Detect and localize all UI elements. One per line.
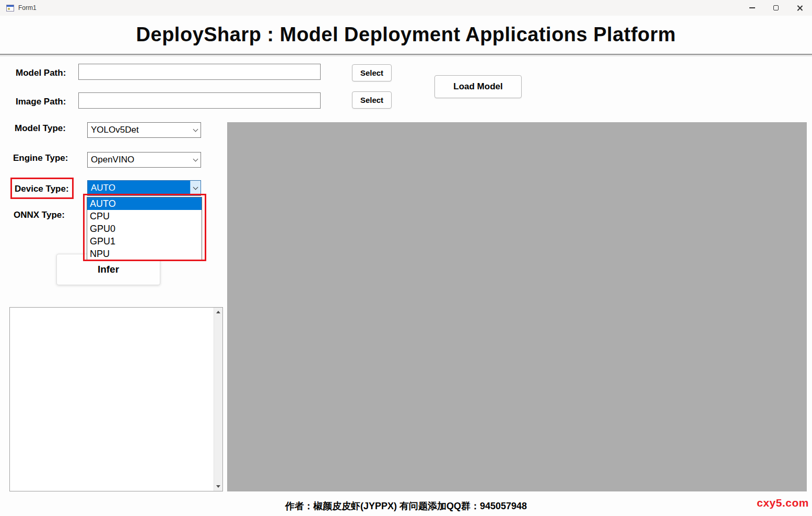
author-info: 作者：椒颜皮皮虾(JYPPX) 有问题添加QQ群：945057948 (0, 500, 812, 512)
maximize-icon (773, 5, 779, 10)
image-path-select-button[interactable]: Select (352, 91, 392, 109)
chevron-down-icon (193, 127, 198, 132)
device-type-dropdown-button[interactable] (190, 181, 201, 195)
chevron-down-icon (193, 185, 198, 190)
load-model-button[interactable]: Load Model (434, 75, 522, 98)
model-path-input[interactable] (78, 64, 321, 80)
image-path-input[interactable] (78, 92, 321, 109)
scroll-down-button[interactable] (214, 482, 222, 491)
onnx-type-label: ONNX Type: (14, 210, 65, 220)
triangle-down-icon (216, 485, 220, 488)
dropdown-option-gpu1[interactable]: GPU1 (87, 235, 202, 248)
output-listbox[interactable] (9, 307, 223, 491)
form-icon (6, 5, 14, 11)
app-window: Form1 DeploySharp : Model Deployment App… (0, 0, 812, 516)
image-path-label: Image Path: (16, 97, 66, 107)
image-display-panel (227, 122, 807, 491)
device-type-label: Device Type: (15, 184, 69, 194)
listbox-scrollbar[interactable] (214, 308, 222, 491)
maximize-button[interactable] (764, 0, 788, 16)
engine-type-dropdown-button[interactable] (190, 153, 201, 167)
model-path-label: Model Path: (16, 68, 66, 78)
triangle-up-icon (216, 311, 220, 313)
dropdown-option-gpu0[interactable]: GPU0 (87, 222, 202, 235)
scroll-up-button[interactable] (214, 308, 222, 316)
engine-type-value: OpenVINO (88, 153, 190, 167)
dropdown-option-cpu[interactable]: CPU (87, 210, 202, 222)
minimize-icon (749, 7, 755, 8)
header-divider (0, 54, 812, 56)
engine-type-label: Engine Type: (13, 153, 68, 163)
device-type-value: AUTO (88, 181, 190, 195)
model-type-value: YOLOv5Det (88, 123, 190, 137)
chevron-down-icon (193, 157, 198, 162)
window-controls (740, 0, 812, 16)
watermark-text: cxy5.com (757, 497, 809, 509)
model-type-dropdown-button[interactable] (190, 123, 201, 137)
header: DeploySharp : Model Deployment Applicati… (0, 16, 812, 54)
close-icon (797, 5, 803, 11)
window-title: Form1 (18, 4, 37, 11)
engine-type-combobox[interactable]: OpenVINO (87, 152, 201, 168)
device-type-combobox[interactable]: AUTO (87, 180, 201, 196)
close-button[interactable] (788, 0, 812, 16)
dropdown-option-auto[interactable]: AUTO (87, 197, 202, 210)
dropdown-option-npu[interactable]: NPU (87, 248, 202, 260)
titlebar[interactable]: Form1 (0, 0, 812, 16)
minimize-button[interactable] (740, 0, 764, 16)
model-path-select-button[interactable]: Select (352, 64, 392, 81)
model-type-combobox[interactable]: YOLOv5Det (87, 122, 201, 138)
model-type-label: Model Type: (15, 123, 66, 134)
page-title: DeploySharp : Model Deployment Applicati… (136, 24, 676, 46)
device-type-dropdown-list: AUTO CPU GPU0 GPU1 NPU (87, 197, 202, 261)
